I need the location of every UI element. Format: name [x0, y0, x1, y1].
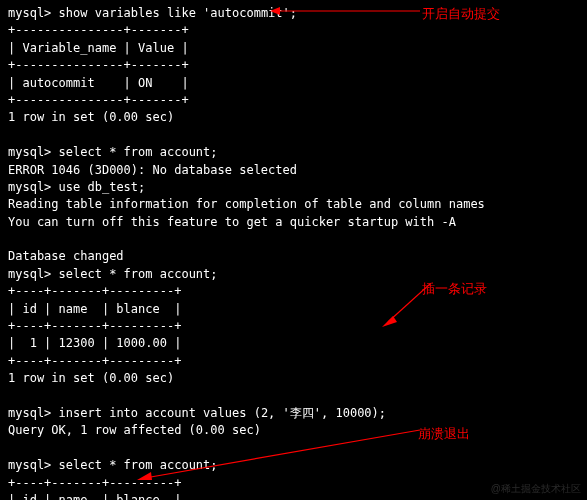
- table2-row1: | 1 | 12300 | 1000.00 |: [8, 336, 181, 350]
- table2-border: +----+-------+---------+: [8, 319, 181, 333]
- watermark: @稀土掘金技术社区: [491, 482, 581, 497]
- msg-turn-off: You can turn off this feature to get a q…: [8, 215, 456, 229]
- cmd-select-account: select * from account;: [59, 458, 218, 472]
- mysql-prompt: mysql>: [8, 406, 51, 420]
- cmd-select-account: select * from account;: [59, 145, 218, 159]
- cmd-select-account: select * from account;: [59, 267, 218, 281]
- msg-db-changed: Database changed: [8, 249, 124, 263]
- mysql-prompt: mysql>: [8, 180, 51, 194]
- msg-query-ok: Query OK, 1 row affected (0.00 sec): [8, 423, 261, 437]
- cmd-show-variables: show variables like 'autocommit';: [59, 6, 297, 20]
- annotation-insert: 插一条记录: [422, 280, 487, 299]
- cmd-insert: insert into account values (2, '李四', 100…: [59, 406, 386, 420]
- table2-summary: 1 row in set (0.00 sec): [8, 371, 174, 385]
- annotation-autocommit: 开启自动提交: [422, 5, 500, 24]
- table3-border: +----+-------+---------+: [8, 476, 181, 490]
- msg-reading-table: Reading table information for completion…: [8, 197, 485, 211]
- table1-row: | autocommit | ON |: [8, 76, 189, 90]
- table1-header: | Variable_name | Value |: [8, 41, 189, 55]
- table1-summary: 1 row in set (0.00 sec): [8, 110, 174, 124]
- mysql-prompt: mysql>: [8, 6, 51, 20]
- table1-border: +---------------+-------+: [8, 93, 189, 107]
- annotation-crash: 崩溃退出: [418, 425, 470, 444]
- table2-header: | id | name | blance |: [8, 302, 181, 316]
- mysql-prompt: mysql>: [8, 145, 51, 159]
- error-no-db: ERROR 1046 (3D000): No database selected: [8, 163, 297, 177]
- table1-border: +---------------+-------+: [8, 58, 189, 72]
- mysql-prompt: mysql>: [8, 458, 51, 472]
- terminal-output: mysql> show variables like 'autocommit';…: [8, 5, 579, 500]
- table2-border: +----+-------+---------+: [8, 354, 181, 368]
- mysql-prompt: mysql>: [8, 267, 51, 281]
- cmd-use-db: use db_test;: [59, 180, 146, 194]
- table3-header: | id | name | blance |: [8, 493, 181, 500]
- table2-border: +----+-------+---------+: [8, 284, 181, 298]
- table1-border: +---------------+-------+: [8, 23, 189, 37]
